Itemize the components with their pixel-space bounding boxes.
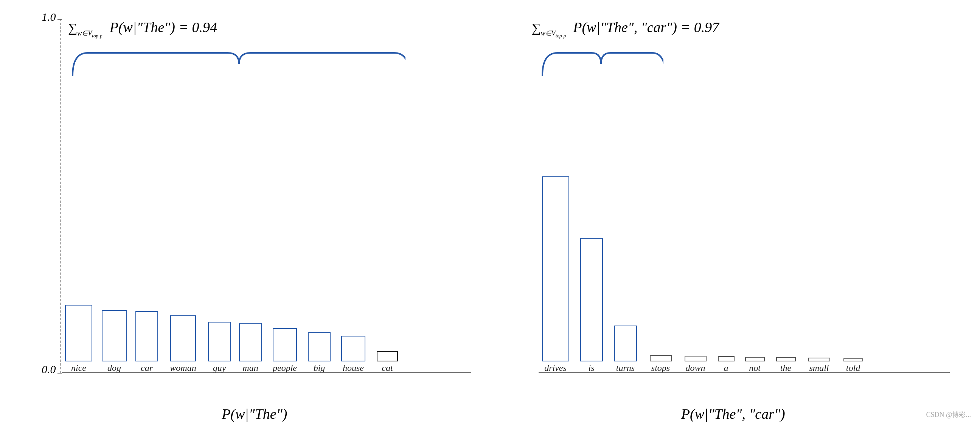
x-axis-right [539, 372, 950, 373]
right-panel: ∑w∈Vtop-p P(w|"The", "car") = 0.97 drive… [509, 8, 958, 426]
bar-people: people [268, 328, 302, 373]
y-tick-top-left [57, 19, 62, 20]
bars-right: drives is turns stops down [539, 19, 950, 373]
bar-down: down [681, 356, 710, 373]
bar-big: big [305, 332, 333, 373]
bar-guy: guy [206, 322, 233, 373]
bar-is: is [578, 238, 605, 373]
y-tick-bottom-left [57, 373, 62, 374]
bar-a: a [716, 356, 737, 373]
bar-not: not [742, 357, 768, 373]
watermark: CSDN @博彩... [926, 410, 971, 419]
bar-small: small [804, 358, 834, 373]
bar-dog: dog [99, 310, 129, 373]
bar-car: car [133, 311, 161, 373]
y-label-bottom-left: 0.0 [41, 363, 56, 376]
bar-the: the [773, 357, 799, 373]
bar-house: house [337, 336, 370, 373]
bar-drives: drives [539, 176, 573, 373]
bar-man: man [237, 323, 264, 373]
bar-stops: stops [646, 355, 676, 373]
left-panel: 1.0 0.0 ∑w∈Vtop-p P(w|"The") = 0.94 nice [30, 8, 479, 426]
bars-left: nice dog car woman guy [62, 19, 471, 373]
chart-container: 1.0 0.0 ∑w∈Vtop-p P(w|"The") = 0.94 nice [0, 0, 980, 426]
bar-told: told [840, 358, 867, 373]
bar-turns: turns [611, 326, 641, 373]
panel-title-right: P(w|"The", "car") [509, 405, 958, 422]
bar-nice: nice [62, 305, 95, 373]
panel-title-left: P(w|"The") [30, 405, 479, 422]
y-label-top-left: 1.0 [41, 11, 56, 24]
bar-woman: woman [164, 315, 202, 373]
y-axis-left [60, 19, 60, 373]
bar-cat: cat [374, 351, 401, 373]
x-axis-left [62, 372, 471, 373]
